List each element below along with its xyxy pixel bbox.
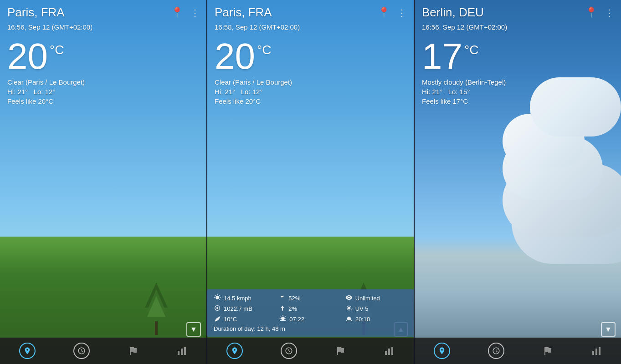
nav-flag-3[interactable] [542,345,553,356]
humidity-value: 52% [288,295,300,302]
nav-chart-3[interactable] [591,345,602,356]
header-icons-3: 📍 ⋮ [585,7,614,19]
expand-button-3[interactable]: ▼ [601,322,616,337]
panel-content-1: Paris, FRA 📍 ⋮ 16:56, Sep 12 (GMT+02:00)… [0,0,206,364]
details-panel-2: 14.5 kmph 52% Unlimited [207,289,414,337]
nav-chart-2[interactable] [384,345,395,356]
temperature-3: 17 [422,38,462,75]
weather-panel-3: Berlin, DEU 📍 ⋮ 16:56, Sep 12 (GMT+02:00… [415,0,621,364]
temperature-row-3: 17 °C [415,35,621,75]
menu-icon-3[interactable]: ⋮ [605,7,614,18]
uv-label: UV 5 [355,305,369,312]
feels-like-1: Feels like 20°C [0,96,206,106]
bottom-nav-1 [0,338,206,364]
condition-2: Clear (Paris / Le Bourget) [207,75,414,87]
location-pin-icon-1[interactable]: 📍 [171,7,183,19]
visibility-value: Unlimited [355,295,380,302]
details-grid-2: 14.5 kmph 52% Unlimited [214,294,407,324]
pressure-value: 1022.7 mB [224,305,252,312]
nav-flag-2[interactable] [335,345,346,356]
sunset-detail: 20:10 [345,315,407,324]
hi-lo-2: Hi: 21° Lo: 12° [207,87,414,96]
panel-content-3: Berlin, DEU 📍 ⋮ 16:56, Sep 12 (GMT+02:00… [415,0,621,364]
temp-unit-2: °C [257,43,271,57]
nav-clock-circle-3 [488,343,504,359]
temp-unit-1: °C [50,43,64,57]
sunrise-value: 07:22 [289,316,304,323]
nav-location-2[interactable] [226,343,243,359]
svg-rect-20 [599,347,600,355]
menu-icon-1[interactable]: ⋮ [190,7,199,18]
wind-icon [214,294,221,303]
nav-chart-1[interactable] [176,345,187,356]
visibility-icon [345,294,353,303]
duration-text: Duration of day: 12 h, 48 m [214,325,407,332]
nav-clock-circle-2 [281,343,297,359]
nav-location-circle-3 [434,343,450,359]
nav-clock-1[interactable] [73,343,90,359]
svg-point-12 [282,296,284,298]
visibility-detail: Unlimited [345,294,407,303]
feels-like-3: Feels like 17°C [415,96,621,106]
dew-icon [214,315,221,324]
datetime-1: 16:56, Sep 12 (GMT+02:00) [0,23,206,35]
city-name-3: Berlin, DEU [422,5,484,20]
svg-rect-15 [385,351,387,355]
hi-lo-3: Hi: 21° Lo: 15° [415,87,621,96]
temperature-row-2: 20 °C [207,35,414,75]
pressure-detail: 1022.7 mB [214,304,276,313]
datetime-3: 16:56, Sep 12 (GMT+02:00) [415,23,621,35]
sunset-icon [345,315,353,324]
weather-header-3: Berlin, DEU 📍 ⋮ [415,0,621,23]
uv-detail: UV 5 [345,304,407,313]
temperature-1: 20 [7,38,48,75]
nav-flag-1[interactable] [128,345,139,356]
condition-3: Mostly cloudy (Berlin-Tegel) [415,75,621,87]
nav-clock-3[interactable] [488,343,504,359]
nav-clock-circle-1 [73,343,90,359]
weather-panel-2: Paris, FRA 📍 ⋮ 16:58, Sep 12 (GMT+02:00)… [207,0,414,364]
datetime-2: 16:58, Sep 12 (GMT+02:00) [207,23,414,35]
pressure-icon [214,304,221,313]
city-name-1: Paris, FRA [7,5,65,20]
feels-like-2: Feels like 20°C [207,96,414,106]
nav-location-circle-2 [226,343,243,359]
wind-detail: 14.5 kmph [214,294,276,303]
svg-rect-18 [592,351,594,355]
temperature-row-1: 20 °C [0,35,206,75]
wind-value: 14.5 kmph [224,295,251,302]
temperature-2: 20 [215,38,255,75]
weather-header-2: Paris, FRA 📍 ⋮ [207,0,414,23]
expand-button-1[interactable]: ▼ [186,322,201,337]
city-name-2: Paris, FRA [215,5,272,20]
rain-detail: 2% [279,304,341,313]
menu-icon-2[interactable]: ⋮ [397,7,406,18]
svg-point-14 [216,307,218,309]
svg-rect-5 [181,349,183,355]
svg-rect-19 [595,349,597,355]
svg-rect-6 [184,347,186,355]
svg-rect-17 [391,347,393,355]
rain-icon [279,305,286,313]
sunrise-icon [279,315,287,324]
bottom-nav-2 [207,338,414,364]
nav-clock-2[interactable] [281,343,297,359]
weather-header-1: Paris, FRA 📍 ⋮ [0,0,206,23]
location-pin-icon-3[interactable]: 📍 [585,7,597,19]
svg-rect-4 [178,351,180,355]
nav-location-3[interactable] [434,343,450,359]
hi-lo-1: Hi: 21° Lo: 12° [0,87,206,96]
nav-location-1[interactable] [19,343,36,359]
header-icons-2: 📍 ⋮ [378,7,406,19]
nav-location-circle-1 [19,343,36,359]
weather-panel-1: Paris, FRA 📍 ⋮ 16:56, Sep 12 (GMT+02:00)… [0,0,206,364]
temp-unit-3: °C [464,43,478,57]
rain-value: 2% [288,305,297,312]
condition-1: Clear (Paris / Le Bourget) [0,75,206,87]
location-pin-icon-2[interactable]: 📍 [378,7,390,19]
header-icons-1: 📍 ⋮ [171,7,199,19]
divider-2 [414,0,415,364]
bottom-nav-3 [415,338,621,364]
humidity-icon [279,294,286,302]
uv-icon [345,304,353,313]
